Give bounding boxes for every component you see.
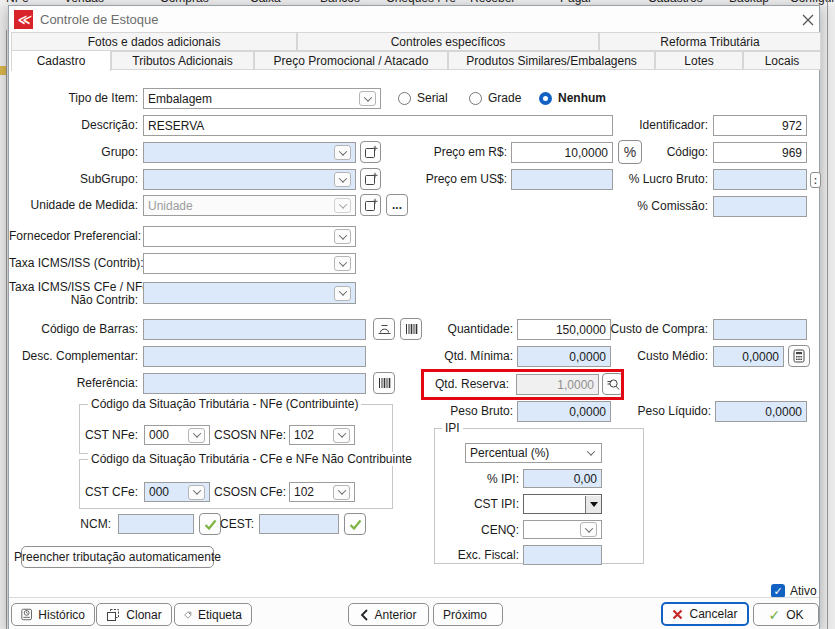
- qtd-reserva-label: Qtd. Reserva:: [339, 374, 509, 395]
- quantidade-label: Quantidade:: [339, 319, 513, 340]
- comissao-label: % Comissão:: [549, 196, 708, 217]
- clone-icon: [106, 608, 120, 622]
- custo-medio-input[interactable]: 0,0000: [713, 346, 784, 367]
- radio-serial[interactable]: Serial: [398, 90, 448, 106]
- tab-reforma-tributaria[interactable]: Reforma Tributária: [599, 32, 821, 51]
- desc-complementar-input[interactable]: [143, 346, 366, 367]
- tab-locais[interactable]: Locais: [743, 51, 821, 70]
- exc-fiscal-label: Exc. Fiscal:: [435, 545, 519, 566]
- tab-lotes[interactable]: Lotes: [655, 51, 743, 70]
- red-x-icon: [672, 609, 683, 620]
- green-check-icon: ✓: [768, 607, 780, 623]
- cst-ipi-combo[interactable]: [523, 494, 602, 514]
- codigo-value: 969: [782, 146, 802, 160]
- referencia-input[interactable]: [143, 373, 366, 394]
- dropdown-arrow-button[interactable]: [585, 496, 601, 513]
- calculator-button[interactable]: [788, 345, 810, 367]
- qtd-reserva-input[interactable]: 1,0000: [516, 374, 599, 395]
- add-unidade-button[interactable]: [360, 194, 381, 216]
- subgrupo-combo[interactable]: [143, 169, 356, 190]
- cest-input[interactable]: [259, 514, 339, 534]
- radio-circle-icon: [398, 92, 411, 105]
- background-window-edge: [827, 0, 828, 629]
- ativo-checkbox[interactable]: ✓: [771, 584, 785, 598]
- group-cst-cfe: Código da Situação Tributária - CFe e NF…: [79, 459, 393, 509]
- radio-nenhum-label: Nenhum: [558, 91, 606, 105]
- tipo-de-item-label: Tipo de Item:: [9, 88, 138, 109]
- proximo-button[interactable]: Próximo: [433, 603, 503, 626]
- peso-liquido-input[interactable]: 0,0000: [715, 401, 807, 422]
- cenq-combo[interactable]: [523, 520, 602, 539]
- taxa-cfe-label-line1: Taxa ICMS/ISS CFe / NFe: [9, 280, 149, 294]
- taxa-cfe-label-line2: Não Contrib:: [71, 293, 138, 307]
- group-cst-nfe-title: Código da Situação Tributária - NFe (Con…: [88, 397, 361, 411]
- taxa-icms-contrib-combo[interactable]: [143, 253, 356, 274]
- csosn-nfe-combo[interactable]: 102: [289, 425, 355, 445]
- tab-preco-promocional-atacado[interactable]: Preço Promocional / Atacado: [254, 51, 448, 70]
- chevron-down-icon: [334, 256, 351, 271]
- preencher-label: Preencher tributação automaticamente: [14, 550, 221, 564]
- close-button[interactable]: [797, 10, 819, 29]
- cst-nfe-value: 000: [149, 428, 169, 442]
- unidade-de-medida-combo[interactable]: Unidade: [143, 195, 356, 216]
- group-cst-cfe-title: Código da Situação Tributária - CFe e NF…: [88, 452, 415, 466]
- magnifier-document-icon: [606, 378, 620, 391]
- etiqueta-button[interactable]: Etiqueta: [174, 603, 252, 626]
- cest-validate-button[interactable]: [344, 513, 366, 535]
- clonar-button[interactable]: Clonar: [96, 603, 172, 626]
- ipi-mode-combo[interactable]: Percentual (%): [465, 443, 602, 463]
- comissao-input[interactable]: [713, 196, 807, 217]
- checkmark-icon: ✓: [773, 585, 782, 598]
- radio-grade[interactable]: Grade: [469, 90, 521, 106]
- background-window-edge: [6, 30, 7, 629]
- chevron-down-icon: [334, 286, 351, 301]
- unidade-more-button[interactable]: ...: [386, 194, 408, 216]
- side-more-button[interactable]: :: [810, 172, 821, 188]
- cest-label: CEST:: [214, 514, 254, 535]
- historico-button[interactable]: Histórico: [11, 603, 95, 626]
- csosn-nfe-value: 102: [294, 428, 314, 442]
- tab-produtos-similares-embalagens[interactable]: Produtos Similares/Embalagens: [448, 51, 655, 70]
- descricao-input[interactable]: RESERVA: [143, 115, 613, 136]
- chevron-down-icon: [333, 428, 350, 443]
- taxa-icms-cfe-combo[interactable]: [143, 282, 356, 304]
- identificador-input[interactable]: 972: [713, 115, 807, 136]
- fornecedor-preferencial-combo[interactable]: [143, 226, 356, 247]
- exc-fiscal-input[interactable]: [523, 545, 602, 565]
- controle-de-estoque-dialog: ≪ Controle de Estoque Fotos e dados adic…: [8, 5, 820, 629]
- ok-button[interactable]: ✓ OK: [753, 603, 819, 626]
- lucro-bruto-input[interactable]: [713, 169, 807, 190]
- identificador-value: 972: [782, 119, 802, 133]
- tab-tributos-adicionais[interactable]: Tributos Adicionais: [111, 51, 254, 70]
- ncm-input[interactable]: [118, 514, 194, 534]
- close-icon: [802, 14, 814, 26]
- radio-circle-icon: [469, 92, 482, 105]
- cancelar-label: Cancelar: [689, 607, 737, 621]
- codigo-input[interactable]: 969: [713, 142, 807, 163]
- tipo-de-item-combo[interactable]: Embalagem: [143, 88, 381, 109]
- group-ipi-title: IPI: [442, 421, 463, 435]
- cst-cfe-label: CST CFe:: [80, 482, 138, 503]
- qtd-reserva-search-button[interactable]: [602, 373, 623, 395]
- bottom-bar: Histórico Clonar Etiqueta Anterior Próxi…: [9, 597, 819, 629]
- custo-de-compra-input[interactable]: [713, 319, 807, 340]
- tab-cadastro[interactable]: Cadastro: [11, 50, 111, 71]
- codigo-de-barras-input[interactable]: [143, 319, 366, 340]
- radio-selected-icon: [539, 92, 552, 105]
- preco-us-label: Preço em US$:: [339, 169, 507, 190]
- history-icon: [21, 607, 32, 622]
- cancelar-button[interactable]: Cancelar: [661, 602, 749, 626]
- titlebar[interactable]: ≪ Controle de Estoque: [9, 6, 819, 32]
- tab-fotos-e-dados-adicionais[interactable]: Fotos e dados adicionais: [11, 32, 297, 51]
- anterior-button[interactable]: Anterior: [348, 603, 429, 626]
- preencher-tributacao-button[interactable]: Preencher tributação automaticamente: [21, 546, 214, 568]
- csosn-cfe-combo[interactable]: 102: [289, 482, 355, 502]
- cst-ipi-label: CST IPI:: [435, 494, 519, 515]
- pct-ipi-input[interactable]: 0,00: [523, 469, 602, 488]
- grupo-combo[interactable]: [143, 142, 356, 163]
- codigo-label: Código:: [549, 142, 708, 163]
- radio-nenhum[interactable]: Nenhum: [539, 90, 606, 106]
- lucro-bruto-label: % Lucro Bruto:: [549, 169, 708, 190]
- cst-nfe-label: CST NFe:: [80, 425, 138, 446]
- tab-controles-especificos[interactable]: Controles específicos: [297, 32, 599, 51]
